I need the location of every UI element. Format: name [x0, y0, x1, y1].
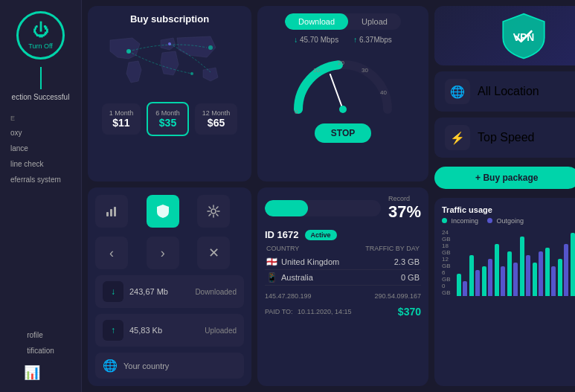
all-location-item[interactable]: 🌐 All Location	[434, 71, 575, 112]
buy-package-button[interactable]: + Buy package	[434, 167, 575, 189]
power-icon: ⏻	[33, 21, 49, 40]
incoming-bar-4	[507, 251, 512, 296]
plan-12month-duration: 12 Month	[202, 109, 231, 117]
buy-package-row: + Buy package 🔒	[434, 164, 575, 192]
bar-group-2	[482, 259, 492, 296]
shield-control-btn[interactable]	[147, 195, 179, 228]
stop-button[interactable]: STOP	[315, 123, 371, 143]
sidebar-item-profile[interactable]: rofile	[24, 327, 57, 343]
speed-icon: ⚡	[445, 125, 470, 150]
uk-country-name: United Kingdom	[281, 257, 339, 266]
speed-panel: Download Upload ↓ 45.70 Mbps ↑ 6.37Mbps …	[257, 6, 428, 181]
gear-control-btn[interactable]	[197, 195, 230, 228]
svg-text:30: 30	[362, 67, 368, 74]
upload-label: Uploaded	[205, 327, 237, 335]
chart-control-btn[interactable]	[95, 195, 128, 228]
speed-stats: ↓ 45.70 Mbps ↑ 6.37Mbps	[294, 36, 392, 44]
all-location-label: All Location	[478, 85, 539, 98]
turn-off-label: Turn Off	[28, 42, 53, 50]
right-panel: VPN 🌐 All Location ⚡ Top Speed + Buy pac…	[434, 6, 575, 386]
id-row: ID 1672 Active	[265, 229, 421, 240]
bar-group-4	[507, 251, 518, 296]
plan-1month-price: $11	[109, 117, 134, 129]
svg-point-15	[211, 209, 216, 213]
download-tab[interactable]: Download	[285, 13, 348, 30]
record-percentage: 37%	[388, 202, 421, 222]
au-country: 📱 Australia	[266, 272, 313, 283]
upload-icon: ↑	[111, 325, 115, 335]
chart-area: 24 GB 18 GB 12 GB 6 GB 0 GB	[442, 229, 575, 296]
ip-left: 145.47.280.199	[265, 292, 312, 300]
plan-6month[interactable]: 6 Month $35	[147, 102, 189, 136]
upload-speed-stat: ↑ 6.37Mbps	[353, 36, 392, 44]
progress-panel: Record 37% ID 1672 Active COUNTRY TRAFFI…	[257, 187, 428, 386]
upload-icon-wrap: ↑	[103, 320, 123, 341]
outgoing-bar-3	[501, 266, 505, 296]
close-nav-button[interactable]: ✕	[197, 237, 230, 269]
outgoing-bar-4	[513, 263, 518, 296]
plan-12month[interactable]: 12 Month $65	[195, 103, 238, 135]
traffic-usage-panel: Traffic usage Incoming Outgoing 24 GB 18…	[434, 198, 575, 386]
active-badge: Active	[305, 230, 337, 240]
svg-line-9	[330, 74, 343, 109]
au-country-name: Australia	[281, 273, 313, 282]
country-header: COUNTRY	[266, 245, 299, 252]
chart-bars	[457, 229, 575, 296]
plan-1month-duration: 1 Month	[109, 109, 134, 117]
incoming-bar-0	[457, 274, 461, 296]
download-row: ↓ 243,67 Mb Downloaded	[95, 275, 244, 308]
chart-icon[interactable]: 📊	[24, 364, 57, 381]
outgoing-bar-0	[463, 281, 467, 296]
outgoing-legend: Outgoing	[487, 217, 524, 225]
incoming-legend: Incoming	[442, 217, 478, 225]
bar-group-6	[533, 251, 543, 296]
svg-text:20: 20	[338, 60, 344, 66]
left-sidebar: ⏻ Turn Off ection Successful E oxy lance…	[0, 0, 82, 392]
incoming-bar-1	[469, 255, 474, 296]
download-label: Downloaded	[195, 288, 237, 296]
outgoing-bar-5	[526, 255, 530, 296]
download-icon: ↓	[111, 286, 115, 297]
svg-rect-12	[106, 212, 109, 216]
connection-status: ection Successful	[12, 93, 70, 101]
svg-rect-13	[110, 209, 112, 216]
speed-gauge: 0 10 20 30 40	[287, 50, 399, 117]
incoming-bar-5	[520, 237, 524, 296]
power-button[interactable]: ⏻ Turn Off	[16, 11, 65, 60]
sidebar-item-online-check[interactable]: line check	[7, 156, 46, 172]
sidebar-item-referrals[interactable]: eferrals system	[7, 172, 64, 187]
speedometer-icon: ⚡	[450, 131, 465, 145]
record-label: Record	[388, 195, 421, 202]
svg-text:40: 40	[380, 89, 387, 96]
sidebar-item-proxy[interactable]: oxy	[7, 125, 25, 141]
svg-point-0	[126, 49, 131, 54]
uk-country: 🏴󠁧󠁢󠁥󠁮󠁧󠁿 United Kingdom	[266, 257, 339, 267]
incoming-bar-8	[558, 259, 562, 296]
au-traffic: 0 GB	[401, 273, 420, 282]
vpn-shield: VPN	[498, 12, 550, 60]
world-map	[95, 29, 244, 96]
sidebar-item-balance[interactable]: lance	[7, 141, 31, 156]
subscription-plans: 1 Month $11 6 Month $35 12 Month $65	[102, 102, 238, 136]
prev-button[interactable]: ‹	[95, 237, 128, 269]
bar-group-7	[545, 248, 556, 296]
traffic-table: COUNTRY TRAFFIC BY DAY 🏴󠁧󠁢󠁥󠁮󠁧󠁿 United Ki…	[265, 245, 421, 286]
main-content: Buy subscription	[82, 0, 575, 392]
upload-tab[interactable]: Upload	[348, 13, 401, 30]
plan-1month[interactable]: 1 Month $11	[102, 103, 141, 135]
your-country-row[interactable]: 🌐 Your country	[95, 353, 244, 379]
top-speed-item[interactable]: ⚡ Top Speed	[434, 118, 575, 158]
speed-toggle: Download Upload	[285, 13, 401, 30]
paid-label: PAID TO: 10.11.2020, 14:15	[265, 308, 352, 315]
au-flag: 📱	[266, 272, 277, 283]
svg-text:0: 0	[295, 109, 298, 115]
bar-group-5	[520, 237, 530, 296]
svg-point-1	[208, 45, 213, 50]
incoming-bar-2	[482, 266, 486, 296]
paid-row: PAID TO: 10.11.2020, 14:15 $370	[265, 306, 421, 318]
next-button[interactable]: ›	[147, 237, 179, 269]
sidebar-item-notification[interactable]: tification	[24, 343, 57, 359]
buy-subscription-panel: Buy subscription	[88, 6, 251, 181]
sidebar-divider	[40, 67, 42, 89]
traffic-row-uk: 🏴󠁧󠁢󠁥󠁮󠁧󠁿 United Kingdom 2.3 GB	[265, 254, 421, 270]
